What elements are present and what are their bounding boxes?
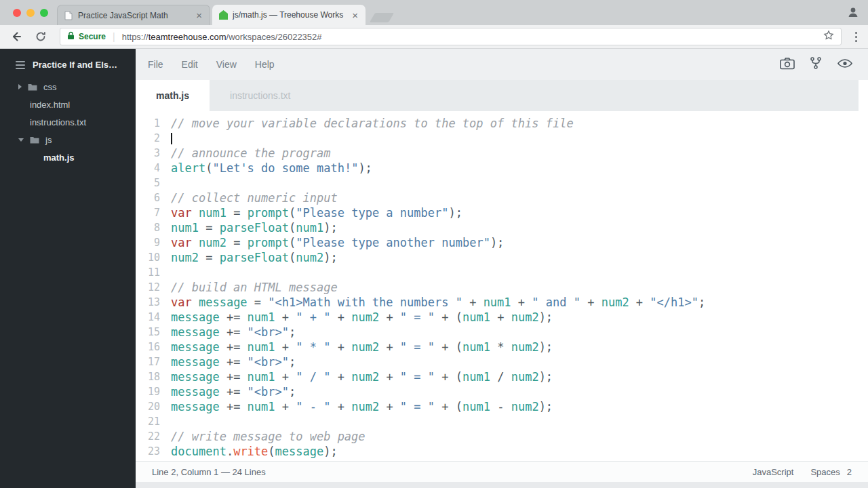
editor-scrollbar[interactable] (859, 80, 868, 461)
status-bar: Line 2, Column 1 — 24 Lines JavaScript S… (136, 461, 868, 482)
page-background-strip (136, 482, 868, 488)
code-line-18[interactable]: 18message += num1 + " / " + num2 + " = "… (136, 369, 868, 384)
code-line-1[interactable]: 1// move your variable declarations to t… (136, 116, 868, 131)
code-line-11[interactable]: 11 (136, 265, 868, 280)
file-label: index.html (30, 100, 70, 110)
code-line-12[interactable]: 12// build an HTML message (136, 280, 868, 295)
folder-js[interactable]: js (0, 131, 136, 148)
code-editor[interactable]: 1// move your variable declarations to t… (136, 111, 868, 461)
editor-tabs: math.jsinstructions.txt (136, 80, 868, 111)
page-icon (64, 11, 73, 20)
profile-icon[interactable] (847, 6, 859, 21)
maximize-window-button[interactable] (40, 9, 48, 17)
close-window-button[interactable] (13, 9, 21, 17)
language-indicator[interactable]: JavaScript (753, 467, 794, 477)
line-number: 14 (136, 310, 160, 325)
chevron-down-icon[interactable] (18, 138, 24, 142)
browser-window: Practice JavaScript Math × js/math.js — … (0, 0, 868, 488)
code-line-8[interactable]: 8num1 = parseFloat(num1); (136, 220, 868, 235)
tab-title: js/math.js — Treehouse Works (233, 10, 346, 20)
menu-items: FileEditViewHelp (148, 59, 275, 70)
workspace-menubar: FileEditViewHelp (136, 49, 868, 80)
code-line-6[interactable]: 6// collect numeric input (136, 190, 868, 205)
file-index.html[interactable]: index.html (0, 96, 136, 113)
code-line-20[interactable]: 20message += num1 + " - " + num2 + " = "… (136, 399, 868, 414)
browser-tabstrip: Practice JavaScript Math × js/math.js — … (0, 0, 868, 25)
code-line-9[interactable]: 9var num2 = prompt("Please type another … (136, 235, 868, 250)
code-line-2[interactable]: 2 (136, 131, 868, 146)
line-number: 15 (136, 325, 160, 340)
editor-tab-math.js[interactable]: math.js (136, 80, 210, 111)
file-instructions.txt[interactable]: instructions.txt (0, 113, 136, 131)
menu-help[interactable]: Help (255, 59, 275, 70)
line-number: 2 (136, 131, 160, 146)
line-number: 20 (136, 399, 160, 414)
editor-pane: FileEditViewHelp math.jsinstructions.txt… (136, 49, 868, 488)
url-text: https://teamtreehouse.com/workspaces/260… (122, 32, 819, 42)
menu-edit[interactable]: Edit (182, 59, 198, 70)
chevron-right-icon[interactable] (18, 84, 22, 89)
file-sidebar: Practice If and Els… cssindex.htmlinstru… (0, 49, 136, 488)
file-label: css (43, 82, 57, 92)
line-number: 13 (136, 295, 160, 310)
line-number: 21 (136, 414, 160, 429)
project-title: Practice If and Els… (33, 60, 117, 70)
snapshot-camera-icon[interactable] (780, 57, 795, 73)
address-bar[interactable]: Secure | https://teamtreehouse.com/works… (60, 28, 842, 45)
minimize-window-button[interactable] (26, 9, 35, 17)
code-line-14[interactable]: 14message += num1 + " + " + num2 + " = "… (136, 310, 868, 325)
code-line-10[interactable]: 10num2 = parseFloat(num2); (136, 250, 868, 265)
back-icon[interactable] (7, 28, 26, 45)
code-line-19[interactable]: 19message += "<br>"; (136, 384, 868, 399)
line-number: 8 (136, 220, 160, 235)
browser-menu-icon[interactable] (851, 29, 861, 45)
reload-icon[interactable] (31, 28, 50, 45)
line-number: 18 (136, 369, 160, 384)
line-number: 11 (136, 265, 160, 280)
menu-view[interactable]: View (216, 59, 237, 70)
new-tab-button[interactable] (370, 13, 394, 22)
folder-icon (28, 83, 37, 91)
line-number: 12 (136, 280, 160, 295)
browser-tab-workspace[interactable]: js/math.js — Treehouse Works × (212, 5, 366, 25)
line-number: 17 (136, 354, 160, 369)
bookmark-star-icon[interactable] (823, 30, 834, 43)
code-line-15[interactable]: 15message += "<br>"; (136, 325, 868, 340)
indent-setting[interactable]: Spaces2 (810, 467, 852, 477)
url-separator: | (113, 31, 115, 42)
lock-icon (67, 30, 75, 43)
code-line-21[interactable]: 21 (136, 414, 868, 429)
close-tab-icon[interactable]: × (195, 10, 203, 20)
text-cursor (171, 133, 172, 144)
fork-icon[interactable] (810, 56, 822, 73)
line-number: 7 (136, 205, 160, 220)
line-number: 10 (136, 250, 160, 265)
file-label: instructions.txt (30, 117, 86, 127)
code-line-7[interactable]: 7var num1 = prompt("Please type a number… (136, 205, 868, 220)
code-line-3[interactable]: 3// announce the program (136, 146, 868, 161)
line-number: 4 (136, 161, 160, 176)
code-line-5[interactable]: 5 (136, 176, 868, 190)
tab-title: Practice JavaScript Math (78, 11, 190, 20)
code-line-13[interactable]: 13var message = "<h1>Math with the numbe… (136, 295, 868, 310)
menu-icon (16, 61, 25, 69)
close-tab-icon[interactable]: × (351, 10, 359, 20)
preview-eye-icon[interactable] (837, 58, 853, 72)
workspace-actions (780, 56, 853, 73)
browser-tab-practice[interactable]: Practice JavaScript Math × (57, 5, 210, 25)
code-line-4[interactable]: 4alert("Let's do some math!"); (136, 161, 868, 176)
secure-label: Secure (79, 32, 106, 41)
project-title-row[interactable]: Practice If and Els… (0, 60, 136, 78)
treehouse-icon (218, 10, 228, 20)
line-number: 3 (136, 146, 160, 161)
folder-css[interactable]: css (0, 78, 136, 96)
code-line-22[interactable]: 22// write message to web page (136, 429, 868, 444)
code-line-16[interactable]: 16message += num1 + " * " + num2 + " = "… (136, 340, 868, 354)
code-line-17[interactable]: 17message += "<br>"; (136, 354, 868, 369)
file-math.js[interactable]: math.js (0, 148, 136, 166)
browser-tabs: Practice JavaScript Math × js/math.js — … (57, 0, 391, 25)
line-number: 9 (136, 235, 160, 250)
editor-tab-instructions.txt[interactable]: instructions.txt (210, 80, 311, 111)
menu-file[interactable]: File (148, 59, 163, 70)
code-line-23[interactable]: 23document.write(message); (136, 444, 868, 459)
